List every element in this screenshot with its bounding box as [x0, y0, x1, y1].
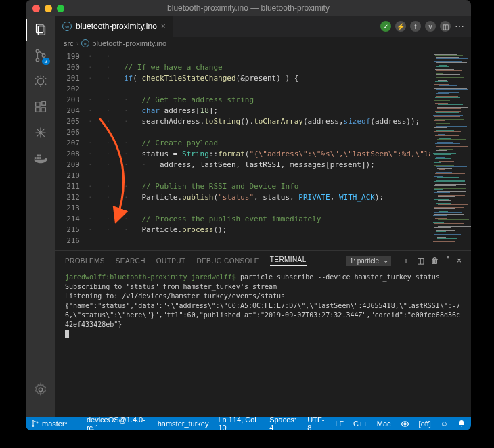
notifications-icon[interactable] [457, 420, 466, 428]
encoding-status[interactable]: UTF-8 [307, 416, 325, 430]
arduino-file-icon: ∞ [81, 39, 89, 47]
svg-point-19 [403, 422, 405, 424]
line-numbers: 1992002012022032042052062072082092102112… [55, 50, 88, 250]
action-flash-icon[interactable]: ⚡ [395, 21, 406, 32]
language-mode-status[interactable]: C++ [353, 420, 367, 428]
window-title: bluetooth-proximity.ino — bluetooth-prox… [26, 3, 471, 13]
app-window: bluetooth-proximity.ino — bluetooth-prox… [26, 0, 471, 430]
breadcrumb-segment[interactable]: bluetooth-proximity.ino [92, 39, 166, 47]
svg-point-17 [32, 426, 34, 427]
svg-rect-10 [35, 157, 37, 159]
maximize-window-button[interactable] [57, 5, 64, 12]
eye-icon[interactable] [401, 420, 409, 428]
breadcrumb[interactable]: src › ∞ bluetooth-proximity.ino [55, 37, 471, 50]
chevron-right-icon: › [76, 39, 79, 47]
arduino-file-icon: ∞ [62, 22, 72, 31]
close-window-button[interactable] [32, 5, 40, 12]
settings-gear-icon[interactable] [32, 382, 49, 398]
split-editor-icon[interactable]: ◫ [440, 21, 451, 32]
breadcrumb-segment[interactable]: src [64, 39, 74, 47]
svg-rect-12 [39, 157, 41, 159]
svg-point-4 [42, 54, 45, 58]
tab-output[interactable]: OUTPUT [156, 257, 186, 265]
action-v-icon[interactable]: v [425, 21, 436, 32]
panel-tabs: PROBLEMS SEARCH OUTPUT DEBUG CONSOLE TER… [55, 251, 471, 270]
tab-close-icon[interactable]: × [161, 22, 166, 31]
cursor-position-status[interactable]: Ln 114, Col 10 [218, 416, 260, 430]
svg-point-15 [39, 388, 43, 392]
svg-rect-0 [37, 24, 43, 33]
extensions-icon[interactable] [32, 99, 49, 115]
device-os-status[interactable]: deviceOS@1.4.0-rc.1 [87, 416, 148, 430]
platform-status[interactable]: Mac [377, 420, 391, 428]
new-terminal-icon[interactable]: ＋ [402, 255, 410, 267]
editor-tabs: ∞ bluetooth-proximity.ino × ✓ ⚡ f v ◫ ⋯ [55, 16, 471, 37]
svg-rect-1 [38, 26, 45, 35]
tab-search[interactable]: SEARCH [116, 257, 145, 265]
indentation-status[interactable]: Spaces: 4 [269, 416, 298, 430]
svg-rect-9 [42, 102, 46, 106]
svg-rect-14 [39, 155, 41, 157]
close-panel-icon[interactable]: × [457, 256, 462, 265]
window-controls [32, 5, 64, 12]
off-status[interactable]: [off] [419, 420, 431, 428]
branch-icon [31, 420, 39, 428]
action-check-icon[interactable]: ✓ [380, 21, 391, 32]
tab-problems[interactable]: PROBLEMS [65, 257, 105, 265]
tab-label: bluetooth-proximity.ino [76, 22, 157, 31]
explorer-icon[interactable] [32, 22, 49, 38]
docker-icon[interactable] [32, 150, 49, 166]
tab-terminal[interactable]: TERMINAL [270, 256, 307, 266]
terminal-select[interactable]: 1: particle [346, 256, 391, 266]
maximize-panel-icon[interactable]: ˄ [446, 256, 450, 265]
git-branch-status[interactable]: master* [31, 420, 68, 428]
tab-actions: ✓ ⚡ f v ◫ ⋯ [380, 16, 471, 37]
device-name-status[interactable]: hamster_turkey [158, 420, 209, 428]
source-control-icon[interactable]: 2 [32, 47, 49, 64]
minimize-window-button[interactable] [45, 5, 52, 12]
svg-rect-13 [37, 155, 39, 157]
tab-debug-console[interactable]: DEBUG CONSOLE [196, 257, 259, 265]
svg-point-5 [37, 78, 43, 84]
terminal-cursor [65, 330, 69, 338]
scm-badge: 2 [42, 58, 50, 65]
svg-point-2 [36, 49, 39, 53]
activity-bar: 2 [26, 16, 55, 417]
bottom-panel: PROBLEMS SEARCH OUTPUT DEBUG CONSOLE TER… [55, 250, 471, 417]
svg-rect-6 [36, 102, 40, 106]
terminal-content[interactable]: jaredwolff:bluetooth-proximity jaredwolf… [55, 270, 471, 417]
code-content[interactable]: · · · · // If we have a change· · if( ch… [88, 50, 430, 250]
svg-point-16 [32, 421, 34, 422]
action-f-icon[interactable]: f [410, 21, 421, 32]
split-terminal-icon[interactable]: ◫ [417, 256, 424, 265]
tab-bluetooth-proximity[interactable]: ∞ bluetooth-proximity.ino × [55, 16, 173, 37]
svg-rect-7 [36, 108, 40, 112]
feedback-icon[interactable]: ☺ [441, 420, 448, 428]
svg-rect-11 [37, 157, 39, 159]
svg-rect-8 [41, 108, 45, 112]
eol-status[interactable]: LF [335, 420, 344, 428]
kill-terminal-icon[interactable]: 🗑 [431, 256, 439, 265]
more-actions-icon[interactable]: ⋯ [455, 21, 464, 32]
status-bar: master* deviceOS@1.4.0-rc.1 hamster_turk… [26, 417, 471, 430]
editor[interactable]: 1992002012022032042052062072082092102112… [55, 50, 471, 250]
titlebar: bluetooth-proximity.ino — bluetooth-prox… [26, 0, 471, 16]
svg-point-3 [36, 58, 39, 62]
particle-icon[interactable] [32, 125, 49, 141]
debug-icon[interactable] [32, 73, 49, 89]
minimap[interactable] [430, 50, 471, 250]
